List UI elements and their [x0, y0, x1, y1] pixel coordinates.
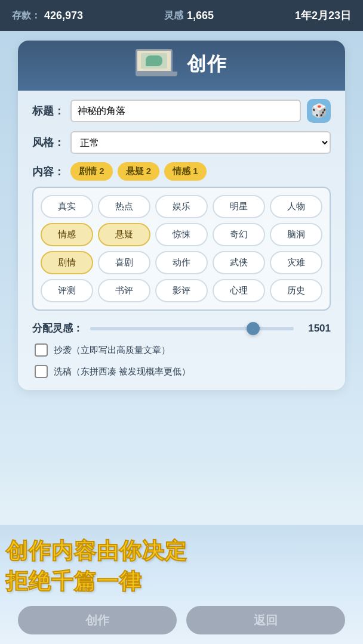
savings-label: 存款：	[12, 10, 41, 22]
style-row: 风格： 正常轻松严肃幽默	[32, 131, 331, 154]
title-input[interactable]	[70, 100, 301, 122]
checkbox-0[interactable]	[35, 343, 48, 357]
checkbox-1[interactable]	[35, 365, 48, 378]
content-area: 内容： 剧情 2悬疑 2情感 1	[32, 162, 331, 181]
slider-fill	[90, 327, 253, 330]
bottom-buttons: 创作 返回	[0, 606, 363, 634]
tag-button[interactable]: 脑洞	[270, 223, 322, 246]
tag-button[interactable]: 影评	[155, 279, 208, 302]
dice-icon: 🎲	[311, 103, 327, 119]
checkbox-label-0: 抄袭（立即写出高质量文章）	[54, 345, 170, 356]
big-text-line1: 创作内容由你决定	[6, 537, 357, 566]
slider-row: 分配灵感： 1501	[32, 321, 331, 335]
inspiration-value: 1,665	[187, 10, 214, 22]
tag-button[interactable]: 惊悚	[155, 223, 208, 246]
back-button[interactable]: 返回	[186, 606, 345, 634]
selected-tag[interactable]: 情感 1	[164, 162, 207, 181]
create-button[interactable]: 创作	[18, 606, 177, 634]
tag-button[interactable]: 评测	[41, 279, 93, 302]
tag-button[interactable]: 武侠	[213, 251, 265, 274]
selected-tag[interactable]: 剧情 2	[70, 162, 113, 181]
tag-button[interactable]: 娱乐	[155, 195, 208, 218]
style-select[interactable]: 正常轻松严肃幽默	[70, 131, 331, 154]
title-row: 标题： 🎲	[32, 99, 331, 123]
tag-button[interactable]: 真实	[41, 195, 93, 218]
tag-button[interactable]: 书评	[98, 279, 150, 302]
tag-button[interactable]: 情感	[41, 223, 93, 246]
main-card: 创作 标题： 🎲 风格： 正常轻松严肃幽默 内容： 剧情 2悬疑 2情感 1 真…	[18, 41, 345, 390]
card-header: 创作	[18, 41, 345, 91]
savings-display: 存款： 426,973	[12, 10, 83, 22]
checkbox-row-1: 洗稿（东拼西凑 被发现概率更低）	[35, 365, 328, 378]
card-title: 创作	[187, 51, 227, 78]
tag-grid: 真实热点娱乐明星人物情感悬疑惊悚奇幻脑洞剧情喜剧动作武侠灾难评测书评影评心理历史	[41, 195, 322, 302]
big-text-overlay: 创作内容由你决定 拒绝千篇一律	[6, 537, 357, 596]
inspiration-display: 灵感 1,665	[164, 10, 214, 22]
title-label: 标题：	[32, 104, 64, 118]
tag-grid-container: 真实热点娱乐明星人物情感悬疑惊悚奇幻脑洞剧情喜剧动作武侠灾难评测书评影评心理历史	[32, 187, 331, 311]
dice-button[interactable]: 🎲	[307, 99, 331, 123]
style-label: 风格：	[32, 135, 64, 150]
date-display: 1年2月23日	[295, 8, 351, 23]
tag-button[interactable]: 人物	[270, 195, 322, 218]
tag-button[interactable]: 明星	[213, 195, 265, 218]
slider-value: 1501	[301, 323, 331, 335]
selected-tags: 剧情 2悬疑 2情感 1	[70, 162, 207, 181]
tag-button[interactable]: 悬疑	[98, 223, 150, 246]
tag-button[interactable]: 剧情	[41, 251, 93, 274]
checkbox-row-0: 抄袭（立即写出高质量文章）	[35, 343, 328, 357]
checkbox-label-1: 洗稿（东拼西凑 被发现概率更低）	[54, 366, 190, 377]
tag-button[interactable]: 历史	[270, 279, 322, 302]
content-label: 内容：	[32, 165, 64, 179]
tag-button[interactable]: 热点	[98, 195, 150, 218]
date-value: 1年2月23日	[295, 8, 351, 23]
tag-button[interactable]: 喜剧	[98, 251, 150, 274]
big-text-line2: 拒绝千篇一律	[6, 567, 357, 596]
slider-thumb[interactable]	[247, 322, 260, 335]
tag-button[interactable]: 动作	[155, 251, 208, 274]
slider-label: 分配灵感：	[32, 321, 83, 335]
tag-button[interactable]: 灾难	[270, 251, 322, 274]
bottom-section: 创作内容由你决定 拒绝千篇一律 创作 返回	[0, 525, 363, 644]
tag-button[interactable]: 心理	[213, 279, 265, 302]
selected-tag[interactable]: 悬疑 2	[118, 162, 160, 181]
laptop-icon	[136, 49, 177, 80]
tag-button[interactable]: 奇幻	[213, 223, 265, 246]
top-bar: 存款： 426,973 灵感 1,665 1年2月23日	[0, 0, 363, 31]
content-header: 内容： 剧情 2悬疑 2情感 1	[32, 162, 331, 181]
savings-value: 426,973	[44, 10, 83, 22]
slider-track[interactable]	[90, 327, 294, 330]
checkboxes: 抄袭（立即写出高质量文章）洗稿（东拼西凑 被发现概率更低）	[18, 343, 345, 378]
inspiration-label: 灵感	[164, 10, 183, 22]
